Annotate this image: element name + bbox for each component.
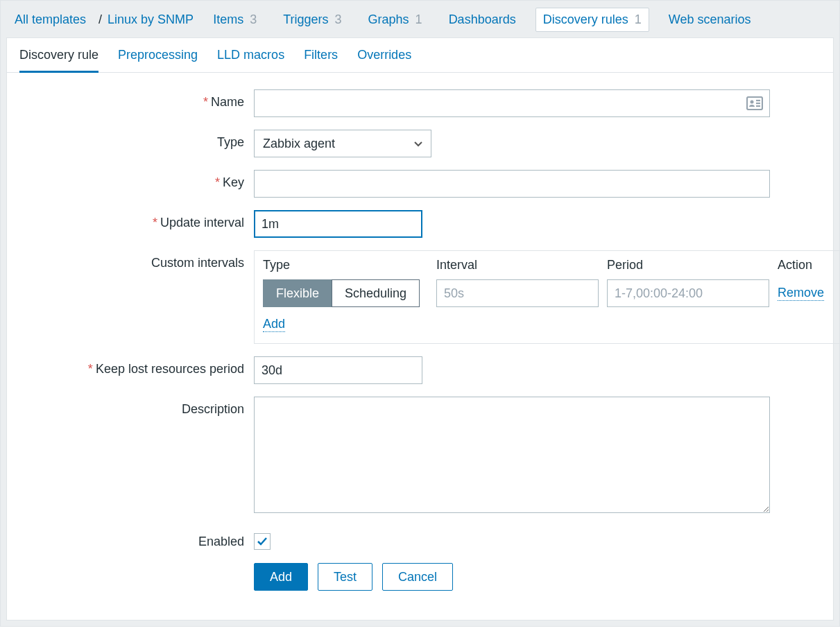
test-button[interactable]: Test — [318, 563, 372, 591]
ci-head-period: Period — [607, 258, 769, 272]
label-description: Description — [21, 397, 254, 417]
description-input[interactable] — [254, 397, 770, 513]
breadcrumb-bar: All templates / Linux by SNMP Items 3 Tr… — [1, 1, 839, 37]
breadcrumb-template[interactable]: Linux by SNMP — [108, 12, 194, 27]
form: *Name Type — [7, 73, 833, 620]
ci-remove[interactable]: Remove — [778, 286, 824, 301]
nav-web-scenarios[interactable]: Web scenarios — [662, 8, 758, 31]
nav-triggers[interactable]: Triggers 3 — [276, 8, 348, 31]
nav-web-scenarios-label: Web scenarios — [669, 12, 751, 26]
tab-preprocessing[interactable]: Preprocessing — [118, 48, 198, 72]
svg-point-1 — [751, 101, 754, 104]
tab-filters[interactable]: Filters — [304, 48, 338, 72]
ci-head-action: Action — [778, 258, 832, 272]
add-button[interactable]: Add — [254, 563, 308, 591]
chevron-down-icon — [413, 138, 424, 149]
breadcrumb-all-templates[interactable]: All templates — [15, 12, 86, 27]
nav-discovery-rules-count: 1 — [635, 12, 642, 26]
type-select-value: Zabbix agent — [263, 137, 335, 151]
check-icon — [257, 536, 268, 547]
label-enabled: Enabled — [21, 529, 254, 549]
type-select[interactable]: Zabbix agent — [254, 130, 431, 157]
label-name: *Name — [21, 89, 254, 110]
nav-items[interactable]: Items 3 — [206, 8, 264, 31]
ci-interval-input[interactable] — [436, 279, 599, 307]
nav-triggers-label: Triggers — [283, 12, 328, 26]
form-card: Discovery rule Preprocessing LLD macros … — [6, 37, 834, 621]
name-input[interactable] — [254, 89, 770, 117]
label-type: Type — [21, 130, 254, 150]
nav-graphs-count: 1 — [415, 12, 422, 26]
custom-intervals-box: Type Interval Period Action Flexible Sch… — [254, 250, 840, 344]
label-update-interval: *Update interval — [21, 210, 254, 230]
ci-head-interval: Interval — [436, 258, 599, 272]
nav-graphs[interactable]: Graphs 1 — [361, 8, 429, 31]
nav-items-label: Items — [213, 12, 243, 26]
label-key: *Key — [21, 170, 254, 190]
cancel-button[interactable]: Cancel — [382, 563, 453, 591]
tabs: Discovery rule Preprocessing LLD macros … — [7, 38, 833, 73]
ci-add[interactable]: Add — [263, 317, 285, 332]
ci-type-toggle: Flexible Scheduling — [263, 279, 420, 307]
nav-discovery-rules[interactable]: Discovery rules 1 — [535, 8, 649, 32]
nav-items-count: 3 — [250, 12, 257, 26]
label-keep-lost: *Keep lost resources period — [21, 356, 254, 376]
enabled-checkbox[interactable] — [254, 533, 271, 550]
label-custom-intervals: Custom intervals — [21, 250, 254, 270]
tab-lld-macros[interactable]: LLD macros — [217, 48, 284, 72]
nav-discovery-rules-label: Discovery rules — [543, 12, 628, 26]
keep-lost-input[interactable] — [254, 356, 422, 384]
ci-row: Flexible Scheduling Remove — [263, 279, 832, 307]
ci-period-input[interactable] — [607, 279, 769, 307]
nav-dashboards[interactable]: Dashboards — [442, 8, 523, 31]
nav-dashboards-label: Dashboards — [449, 12, 516, 26]
nav-graphs-label: Graphs — [368, 12, 409, 26]
update-interval-input[interactable] — [254, 210, 422, 238]
breadcrumb-sep: / — [98, 12, 102, 27]
id-card-icon — [746, 96, 763, 110]
ci-head-type: Type — [263, 258, 428, 272]
ci-type-scheduling[interactable]: Scheduling — [332, 279, 420, 307]
ci-type-flexible[interactable]: Flexible — [263, 279, 332, 307]
tab-overrides[interactable]: Overrides — [357, 48, 411, 72]
nav-triggers-count: 3 — [335, 12, 342, 26]
tab-discovery-rule[interactable]: Discovery rule — [19, 48, 98, 73]
key-input[interactable] — [254, 170, 770, 198]
